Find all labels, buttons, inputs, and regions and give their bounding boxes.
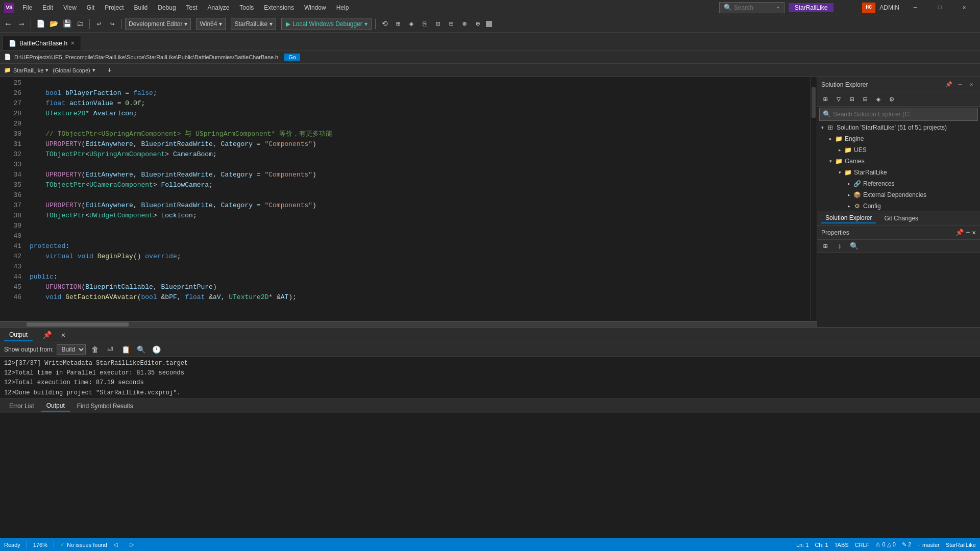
close-button[interactable]: ✕ bbox=[952, 0, 976, 15]
prop-min-btn[interactable]: ─ bbox=[966, 229, 970, 236]
output-tab-bottom[interactable]: Output bbox=[41, 400, 70, 412]
toolbar-undo-btn[interactable]: ↩ bbox=[93, 18, 105, 30]
global-scope-arrow[interactable]: ▾ bbox=[92, 67, 95, 73]
editor-horizontal-scrollbar[interactable] bbox=[0, 321, 817, 327]
se-toolbar-btn5[interactable]: ◈ bbox=[872, 93, 885, 106]
toolbar-open-btn[interactable]: 📂 bbox=[47, 18, 60, 30]
global-scope[interactable]: (Global Scope) ▾ bbox=[53, 67, 95, 73]
global-search-input[interactable] bbox=[734, 4, 775, 11]
prop-toolbar-grid[interactable]: ⊞ bbox=[819, 240, 831, 253]
scope-dropdown-arrow[interactable]: ▾ bbox=[45, 67, 48, 73]
toolbar-extra-1[interactable]: ⟲ bbox=[379, 18, 391, 30]
editor-scrollbar[interactable] bbox=[811, 77, 817, 321]
status-zoom[interactable]: 176% bbox=[33, 542, 47, 548]
toolbar-saveall-btn[interactable]: 🗂 bbox=[74, 18, 86, 30]
se-search-input[interactable] bbox=[833, 111, 910, 118]
project-scope[interactable]: 📁 StarRailLike ▾ bbox=[4, 67, 48, 73]
toolbar-save-btn[interactable]: 💾 bbox=[61, 18, 73, 30]
tree-engine[interactable]: ▸ 📁 Engine bbox=[817, 133, 980, 144]
show-from-select[interactable]: Build bbox=[57, 344, 86, 355]
toolbar-new-btn[interactable]: 📄 bbox=[34, 18, 46, 30]
find-output-btn[interactable]: 🔍 bbox=[135, 343, 147, 356]
search-dropdown-arrow[interactable]: ▾ bbox=[777, 5, 780, 11]
maximize-button[interactable]: □ bbox=[928, 0, 951, 15]
scope-plus-btn[interactable]: + bbox=[104, 64, 116, 77]
references-label: References bbox=[863, 180, 894, 187]
config-dropdown[interactable]: Development Editor ▾ bbox=[125, 18, 191, 30]
toolbar-extra-5[interactable]: ⊡ bbox=[432, 18, 444, 30]
copy-output-btn[interactable]: 📋 bbox=[119, 343, 132, 356]
menu-git[interactable]: Git bbox=[83, 3, 99, 12]
debug-run-button[interactable]: ▶ Local Windows Debugger ▾ bbox=[281, 18, 372, 30]
output-close-btn[interactable]: ✕ bbox=[57, 329, 69, 341]
tree-ues[interactable]: ▸ 📁 UES bbox=[817, 144, 980, 156]
toolbar-redo-btn[interactable]: ↪ bbox=[106, 18, 118, 30]
menu-file[interactable]: File bbox=[18, 3, 36, 12]
tree-solution-root[interactable]: ▾ ⊞ Solution 'StarRailLike' (51 of 51 pr… bbox=[817, 122, 980, 133]
prop-toolbar-sort[interactable]: ↕ bbox=[834, 240, 846, 253]
platform-dropdown[interactable]: Win64 ▾ bbox=[196, 18, 226, 30]
toolbar-fwd-btn[interactable]: ⟶ bbox=[15, 18, 28, 30]
toolbar-extra-4[interactable]: ⎘ bbox=[419, 18, 431, 30]
se-toolbar-btn2[interactable]: ▽ bbox=[832, 93, 845, 106]
se-toolbar-btn3[interactable]: ⊡ bbox=[846, 93, 858, 106]
toolbar-extra-2[interactable]: ⊞ bbox=[392, 18, 404, 30]
se-toolbar-btn1[interactable]: ⊞ bbox=[819, 93, 831, 106]
se-toolbar-btn4[interactable]: ⊟ bbox=[859, 93, 871, 106]
menu-analyze[interactable]: Analyze bbox=[204, 3, 234, 12]
toolbar-extra-7[interactable]: ⊛ bbox=[458, 18, 471, 30]
menu-project[interactable]: Project bbox=[101, 3, 128, 12]
prop-pin-btn[interactable]: 📌 bbox=[955, 229, 964, 237]
output-pin-btn[interactable]: 📌 bbox=[41, 329, 53, 341]
status-tabs[interactable]: TABS bbox=[835, 542, 849, 548]
status-cursor-ln[interactable]: Ln: 1 bbox=[796, 542, 808, 548]
scroll-thumb-horizontal[interactable] bbox=[27, 322, 129, 327]
minimize-button[interactable]: ─ bbox=[903, 0, 927, 15]
code-editor[interactable]: 25 26 27 28 29 30 31 32 33 34 35 36 37 3… bbox=[0, 77, 817, 327]
menu-build[interactable]: Build bbox=[130, 3, 152, 12]
output-clock-btn[interactable]: 🕐 bbox=[150, 343, 162, 356]
se-toolbar-btn6[interactable]: ⚙ bbox=[886, 93, 898, 106]
se-minimize-btn[interactable]: ─ bbox=[955, 80, 965, 89]
find-symbol-tab[interactable]: Find Symbol Results bbox=[72, 401, 138, 411]
code-lines[interactable]: bool bPlayerFaction = false; float actio… bbox=[26, 77, 811, 321]
toolbar-extra-3[interactable]: ◈ bbox=[405, 18, 418, 30]
tree-config[interactable]: ▸ ⚙ Config bbox=[817, 201, 980, 211]
menu-debug[interactable]: Debug bbox=[154, 3, 180, 12]
prop-close-btn[interactable]: ✕ bbox=[972, 229, 976, 237]
output-tab-output[interactable]: Output bbox=[4, 329, 33, 341]
tab-battlecharbase[interactable]: 📄 BattleCharBase.h ✕ bbox=[2, 36, 81, 50]
error-list-tab[interactable]: Error List bbox=[4, 401, 39, 411]
toolbar-back-btn[interactable]: ⟵ bbox=[2, 18, 14, 30]
go-button[interactable]: Go bbox=[284, 54, 300, 61]
se-close-btn[interactable]: ✕ bbox=[967, 80, 976, 89]
toolbar-extra-8[interactable]: ⊕ bbox=[472, 18, 484, 30]
status-crlf[interactable]: CRLF bbox=[855, 542, 870, 548]
menu-tools[interactable]: Tools bbox=[235, 3, 258, 12]
se-footer-git-tab[interactable]: Git Changes bbox=[880, 214, 922, 223]
global-search-box[interactable]: 🔍 ▾ bbox=[719, 2, 785, 13]
se-footer-solution-tab[interactable]: Solution Explorer bbox=[821, 213, 876, 223]
tree-references[interactable]: ▸ 🔗 References bbox=[817, 178, 980, 189]
tree-starraillike[interactable]: ▾ 📁 StarRailLike bbox=[817, 167, 980, 178]
menu-help[interactable]: Help bbox=[332, 3, 353, 12]
tab-close-icon[interactable]: ✕ bbox=[70, 40, 75, 46]
prop-toolbar-filter[interactable]: 🔍 bbox=[848, 240, 860, 253]
tree-games[interactable]: ▾ 📁 Games bbox=[817, 156, 980, 167]
menu-view[interactable]: View bbox=[59, 3, 81, 12]
wrap-output-btn[interactable]: ⏎ bbox=[104, 343, 116, 356]
toolbar-extra-6[interactable]: ⊟ bbox=[445, 18, 457, 30]
menu-window[interactable]: Window bbox=[300, 3, 330, 12]
project-dropdown[interactable]: StarRailLike ▾ bbox=[231, 18, 276, 30]
se-pin-btn[interactable]: 📌 bbox=[944, 80, 953, 89]
se-search-bar[interactable]: 🔍 bbox=[819, 108, 978, 121]
tree-external-deps[interactable]: ▸ 📦 External Dependencies bbox=[817, 189, 980, 201]
status-cursor-ch[interactable]: Ch: 1 bbox=[815, 542, 828, 548]
menu-extensions[interactable]: Extensions bbox=[260, 3, 298, 12]
menu-edit[interactable]: Edit bbox=[38, 3, 57, 12]
status-git-branch[interactable]: ⑂ master bbox=[917, 542, 940, 548]
menu-test[interactable]: Test bbox=[182, 3, 202, 12]
clear-output-btn[interactable]: 🗑 bbox=[89, 343, 101, 356]
scroll-thumb-vertical[interactable] bbox=[812, 87, 816, 118]
code-line-28: UTexture2D* AvatarIcon; bbox=[30, 109, 811, 119]
